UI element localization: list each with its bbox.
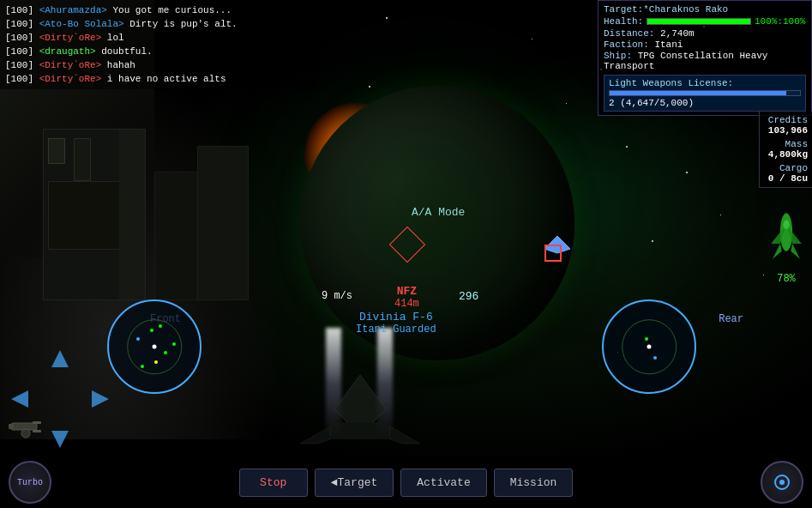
radar-dot (150, 329, 153, 332)
chat-line-2: [100] <Ato-Bo Solala> Dirty is pup's alt… (5, 17, 312, 31)
target-ship: Ship: TPG Constellation Heavy Transport (604, 51, 806, 71)
svg-point-10 (783, 220, 789, 229)
weapons-count: 2 (4,647/5,000) (609, 98, 801, 108)
weapons-license-label: Light Weapons License: (609, 78, 801, 88)
star (532, 39, 532, 39)
radar-dot (653, 356, 657, 360)
svg-rect-18 (33, 421, 41, 424)
chat-line-6: [100] <Dirty`oRe> i have no active alts (5, 72, 312, 86)
chat-line-5: [100] <Dirty`oRe> hahah (5, 58, 312, 72)
weapons-license-box: Light Weapons License: 2 (4,647/5,000) (604, 75, 806, 112)
svg-marker-2 (300, 426, 330, 444)
mass-value: 4,800kg (764, 149, 808, 160)
radar-dot (164, 351, 167, 354)
planet (300, 86, 574, 360)
health-bar-fill (647, 19, 750, 24)
building-block3 (197, 146, 249, 300)
health-bar (647, 18, 751, 25)
distance-value: 2,740m (660, 28, 695, 39)
ship-percentage: 78% (764, 273, 809, 285)
health-bar-container: Health: 100%:100% (604, 16, 806, 27)
credits-value: 103,966 (764, 125, 808, 136)
cargo-value: 0 / 8cu (764, 173, 808, 184)
weapon-icon (7, 408, 45, 446)
weapons-bar-container: 2 (4,647/5,000) (609, 90, 801, 108)
chat-line-3: [100] <Dirty`oRe> lol (5, 31, 312, 45)
svg-marker-3 (390, 426, 420, 444)
weapons-bar (609, 90, 801, 96)
enemy-ship (540, 236, 574, 257)
svg-marker-8 (773, 244, 782, 259)
activate-button[interactable]: Activate (400, 469, 486, 497)
radar-dot (154, 360, 158, 364)
svg-rect-19 (33, 430, 41, 432)
star (386, 17, 388, 19)
radar-dot (172, 342, 176, 346)
target-faction: Faction: Itani (604, 39, 806, 50)
svg-marker-11[interactable] (51, 350, 69, 367)
faction-value: Itani (654, 39, 683, 50)
radar-left (107, 299, 201, 394)
radar-player-dot (153, 345, 157, 349)
radar-player-dot-right (647, 345, 652, 349)
credits-label: Credits (764, 115, 808, 125)
svg-marker-12[interactable] (51, 431, 69, 448)
svg-rect-20 (9, 424, 14, 429)
svg-rect-1 (330, 422, 390, 439)
chat-line-1: [100] <Ahuramazda> You got me curious... (5, 3, 312, 17)
weapons-bar-fill (610, 91, 786, 95)
turbo-label: Turbo (17, 478, 43, 487)
cargo-label: Cargo (764, 163, 808, 173)
radar-dot (159, 324, 162, 328)
health-label: Health: (604, 16, 643, 27)
turbo-button[interactable]: Turbo (9, 461, 51, 504)
svg-point-16 (779, 480, 785, 485)
chat-panel: [100] <Ahuramazda> You got me curious...… (0, 0, 317, 89)
svg-marker-0 (334, 375, 386, 426)
right-circular-button[interactable] (761, 461, 803, 504)
svg-marker-4 (544, 236, 570, 253)
chat-line-4: [100] <draugath> doubtful. (5, 45, 312, 58)
svg-rect-17 (11, 423, 37, 430)
svg-marker-9 (791, 244, 800, 259)
svg-marker-14[interactable] (92, 390, 109, 408)
stats-panel: Credits 103,966 Mass 4,800kg Cargo 0 / 8… (759, 112, 812, 188)
stop-button[interactable]: Stop (239, 469, 308, 497)
circular-btn-icon (772, 472, 792, 493)
svg-marker-13[interactable] (11, 390, 28, 408)
player-ship (283, 375, 437, 461)
bottom-toolbar: Turbo Stop ◄Target Activate Mission (0, 457, 812, 508)
target-name: Target:*Charaknos Rako (604, 4, 806, 15)
building-block (43, 129, 146, 300)
mass-label: Mass (764, 139, 808, 149)
target-distance: Distance: 2,740m (604, 28, 806, 39)
svg-point-21 (21, 429, 30, 438)
radar-right (602, 299, 696, 394)
health-pct: 100%:100% (755, 16, 806, 27)
target-panel: Target:*Charaknos Rako Health: 100%:100%… (598, 0, 812, 116)
mission-button[interactable]: Mission (494, 469, 574, 497)
ship-icon (761, 202, 812, 270)
target-button[interactable]: ◄Target (315, 469, 394, 497)
